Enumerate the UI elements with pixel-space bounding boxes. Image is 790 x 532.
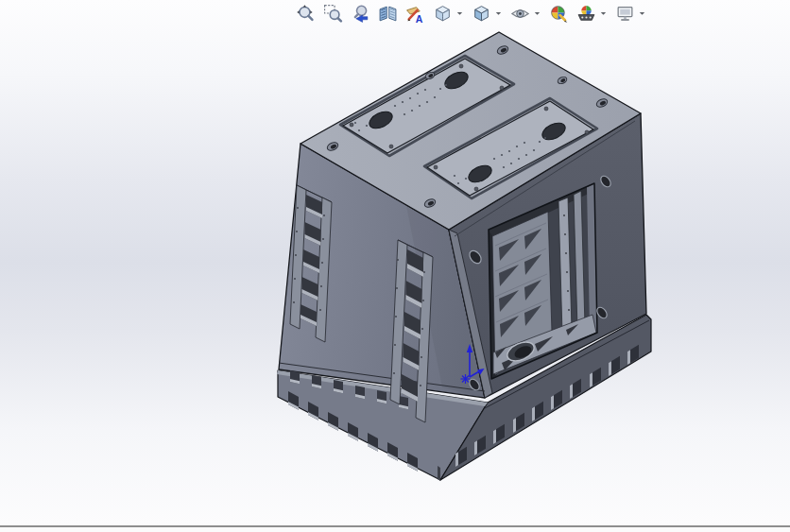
dynamic-annotation-views-button[interactable] [404,3,425,24]
dynamic-annotation-views-icon [405,4,425,24]
view-settings-dropdown[interactable] [638,4,646,23]
previous-view-button[interactable] [350,3,370,24]
view-orientation-dropdown[interactable] [455,4,464,23]
heads-up-toolbar [295,2,646,25]
section-view-icon [378,4,398,24]
view-settings-icon [615,4,635,24]
apply-scene-dropdown[interactable] [599,4,608,23]
front-rail-upper[interactable] [290,185,332,342]
display-style-dropdown[interactable] [494,4,503,23]
hide-show-items-dropdown[interactable] [533,4,541,23]
window-edge [0,527,790,532]
hide-show-items-icon [510,4,530,24]
zoom-to-fit-icon [296,4,316,24]
edit-appearance-button[interactable] [548,3,569,24]
dropdown-arrow-icon [455,4,464,23]
zoom-to-fit-button[interactable] [295,3,316,24]
view-orientation-icon [433,4,453,24]
zoom-to-area-icon [323,4,343,24]
zoom-to-area-button[interactable] [322,3,343,24]
front-rail-lower[interactable] [390,240,433,422]
apply-scene-button[interactable] [575,3,596,24]
3d-model[interactable] [0,0,790,525]
part-body[interactable] [277,32,651,481]
view-settings-button[interactable] [614,3,635,24]
application-window [0,0,790,532]
graphics-area[interactable] [0,0,790,525]
dropdown-arrow-icon [533,4,541,23]
edit-appearance-icon [549,4,569,24]
dropdown-arrow-icon [599,4,608,23]
apply-scene-icon [576,4,596,24]
hide-show-items-button[interactable] [509,3,530,24]
display-style-icon [472,4,491,24]
display-style-button[interactable] [471,3,491,24]
dropdown-arrow-icon [638,4,646,23]
view-orientation-button[interactable] [432,3,453,24]
dropdown-arrow-icon [494,4,503,23]
previous-view-icon [351,4,370,24]
section-view-button[interactable] [377,3,398,24]
